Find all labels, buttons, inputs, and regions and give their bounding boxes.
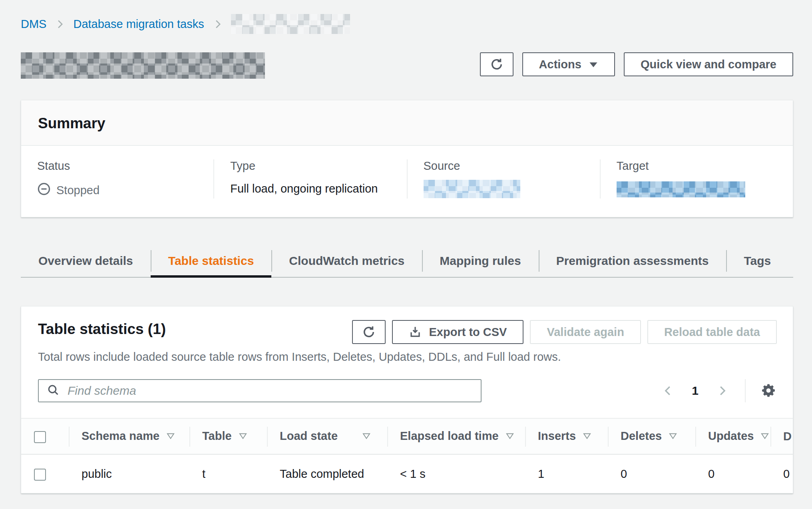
refresh-icon [490, 57, 504, 72]
caret-down-icon [589, 60, 598, 68]
column-header-updates[interactable]: Updates [695, 418, 770, 454]
table-statistics-panel: Table statistics (1) Export to CSV Valid… [21, 306, 793, 493]
row-select-cell [21, 454, 69, 493]
summary-card-header: Summary [21, 100, 793, 146]
source-value-redacted [424, 180, 520, 198]
select-all-header-cell [21, 418, 69, 454]
breadcrumb-link-dms[interactable]: DMS [21, 18, 46, 31]
table-panel-header: Table statistics (1) Export to CSV Valid… [21, 306, 793, 344]
table-panel-description: Total rows include loaded source table r… [21, 350, 793, 364]
summary-field-source: Source [407, 159, 600, 199]
validate-button-label: Validate again [547, 326, 624, 339]
tab-tags[interactable]: Tags [726, 245, 788, 277]
status-label: Status [37, 159, 197, 173]
export-to-csv-button[interactable]: Export to CSV [392, 320, 523, 344]
sort-icon [166, 430, 175, 443]
schema-search-box [38, 379, 482, 402]
breadcrumb-separator-icon [212, 19, 223, 30]
summary-fields: Status Stopped Type Full load, ongoing r… [21, 146, 793, 217]
cell-elapsed-load-time: < 1 s [387, 454, 525, 493]
column-header-clipped[interactable]: D [770, 418, 793, 454]
summary-field-status: Status Stopped [21, 159, 213, 199]
cell-load-state: Table completed [267, 454, 387, 493]
table-panel-buttons: Export to CSV Validate again Reload tabl… [352, 320, 777, 344]
cell-inserts: 1 [525, 454, 608, 493]
tab-overview-details[interactable]: Overview details [21, 245, 151, 277]
actions-button[interactable]: Actions [522, 52, 615, 76]
column-header-load-state[interactable]: Load state [267, 418, 387, 454]
task-detail-tabs: Overview details Table statistics CloudW… [21, 245, 793, 278]
summary-field-type: Type Full load, ongoing replication [213, 159, 406, 199]
row-checkbox[interactable] [34, 469, 46, 481]
breadcrumb-link-tasks[interactable]: Database migration tasks [73, 18, 204, 31]
column-header-inserts[interactable]: Inserts [525, 418, 608, 454]
tab-table-statistics[interactable]: Table statistics [151, 245, 272, 277]
summary-title: Summary [38, 115, 776, 132]
sort-icon [505, 430, 515, 443]
sort-icon [668, 430, 678, 443]
type-value: Full load, ongoing replication [230, 182, 390, 195]
target-label: Target [617, 159, 777, 173]
download-icon [409, 326, 422, 338]
pagination: 1 [660, 379, 778, 402]
status-value: Stopped [37, 182, 197, 199]
reload-button-label: Reload table data [664, 326, 760, 339]
actions-button-label: Actions [539, 58, 581, 71]
source-label: Source [424, 159, 584, 173]
table-header-row: Schema name Table Load state Elapsed loa… [21, 418, 793, 454]
column-header-deletes[interactable]: Deletes [608, 418, 695, 454]
cell-table: t [189, 454, 267, 493]
table-filter-row: 1 [21, 364, 793, 402]
current-page-number[interactable]: 1 [692, 384, 699, 398]
column-header-elapsed-load-time[interactable]: Elapsed load time [387, 418, 525, 454]
breadcrumb: DMS Database migration tasks [21, 14, 793, 34]
stopped-status-icon [37, 182, 51, 199]
page-title-redacted [21, 52, 265, 79]
refresh-button[interactable] [480, 52, 513, 76]
table-row: public t Table completed < 1 s 1 0 0 0 [21, 454, 793, 493]
column-header-table[interactable]: Table [189, 418, 267, 454]
previous-page-button[interactable] [660, 382, 677, 399]
summary-card: Summary Status Stopped Type Full load, o… [21, 100, 793, 217]
table-refresh-button[interactable] [352, 320, 386, 344]
summary-field-target: Target [600, 159, 793, 199]
type-label: Type [230, 159, 390, 173]
find-schema-input[interactable] [67, 384, 473, 398]
validate-again-button[interactable]: Validate again [530, 320, 641, 344]
quick-view-and-compare-button[interactable]: Quick view and compare [624, 52, 793, 76]
cell-updates: 0 [695, 454, 770, 493]
status-text: Stopped [56, 184, 100, 197]
tab-premigration-assessments[interactable]: Premigration assessments [539, 245, 726, 277]
cell-clipped: 0 [770, 454, 793, 493]
cell-schema-name: public [69, 454, 189, 493]
breadcrumb-separator-icon [54, 19, 65, 30]
cell-deletes: 0 [608, 454, 695, 493]
dms-task-page: DMS Database migration tasks Actions [0, 0, 812, 493]
tab-mapping-rules[interactable]: Mapping rules [422, 245, 538, 277]
page-header: Actions Quick view and compare [21, 52, 793, 79]
select-all-checkbox[interactable] [34, 431, 46, 443]
breadcrumb-current-redacted [231, 14, 350, 34]
search-icon [47, 384, 60, 398]
page-header-buttons: Actions Quick view and compare [480, 52, 793, 76]
target-value-redacted [617, 181, 745, 197]
quick-view-button-label: Quick view and compare [641, 58, 776, 71]
table-statistics-table: Schema name Table Load state Elapsed loa… [21, 418, 793, 493]
sort-icon [362, 430, 371, 443]
sort-icon [582, 430, 592, 443]
column-header-schema-name[interactable]: Schema name [69, 418, 189, 454]
export-button-label: Export to CSV [429, 326, 507, 339]
refresh-icon [362, 325, 376, 339]
reload-table-data-button[interactable]: Reload table data [647, 320, 777, 344]
table-settings-gear-icon[interactable] [758, 381, 778, 401]
sort-icon [760, 430, 770, 443]
tab-cloudwatch-metrics[interactable]: CloudWatch metrics [271, 245, 422, 277]
sort-icon [238, 430, 248, 443]
table-statistics-title: Table statistics (1) [38, 321, 166, 338]
pagination-divider [745, 379, 746, 402]
next-page-button[interactable] [714, 382, 730, 399]
